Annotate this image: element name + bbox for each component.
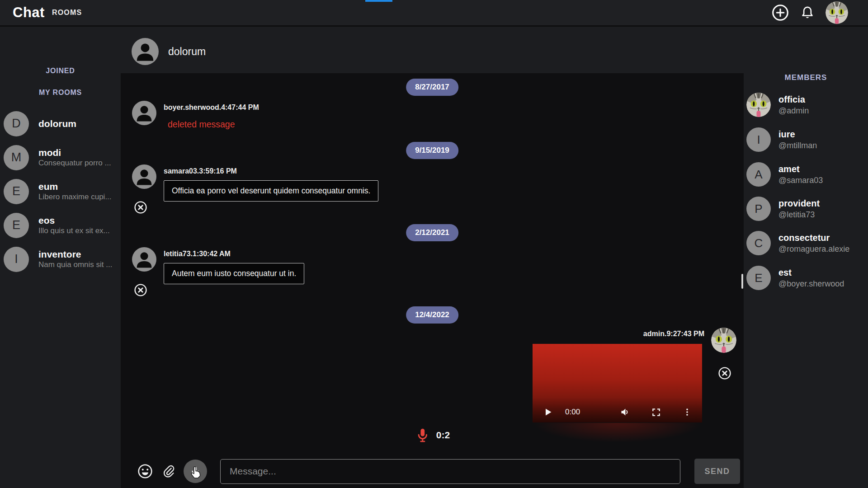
member-letter-avatar: P (746, 197, 771, 221)
room-letter-avatar: E (4, 179, 29, 204)
member-name: iure (778, 129, 817, 140)
message-letitia73: letitia73.1:30:42 AM Autem eum iusto con… (132, 247, 304, 284)
message-samara03: samara03.3:59:16 PM Officia ea porro vel… (132, 164, 378, 202)
nav-rooms-link[interactable]: ROOMS (52, 9, 82, 17)
sidebar-item-eos[interactable]: E eos Illo quis ut ex sit ex... (0, 208, 121, 242)
recording-timer: 0:2 (436, 430, 450, 441)
room-letter-avatar: M (4, 145, 29, 170)
members-section-heading: MEMBERS (744, 73, 868, 82)
volume-icon[interactable] (619, 407, 630, 418)
record-voice-button[interactable] (184, 460, 207, 483)
delete-message-icon[interactable] (134, 283, 147, 297)
message-author-time: samara03.3:59:16 PM (164, 167, 378, 176)
joined-section-heading: JOINED (0, 67, 121, 75)
play-icon[interactable] (542, 407, 553, 418)
message-bubble: Officia ea porro vel deserunt quidem con… (164, 180, 378, 202)
video-controls: 0:00 (533, 402, 702, 422)
date-divider: 12/4/2022 (406, 306, 458, 324)
member-item-officia[interactable]: officia @admin (744, 88, 868, 122)
member-name: consectetur (778, 232, 849, 243)
recording-indicator: 0:2 (415, 427, 450, 443)
more-options-icon[interactable] (682, 407, 692, 417)
message-composer: SEND (121, 455, 744, 488)
sidebar-item-inventore[interactable]: I inventore Nam quia omnis sit ... (0, 242, 121, 276)
send-button[interactable]: SEND (694, 459, 740, 484)
cat-avatar-image (746, 93, 771, 117)
message-author-time: boyer.sherwood.4:47:44 PM (164, 103, 259, 112)
topbar-actions (771, 1, 848, 24)
attach-file-icon[interactable] (161, 464, 176, 479)
room-snippet: Consequatur porro ... (38, 158, 111, 168)
messages-scrollbar[interactable] (741, 274, 743, 289)
cat-avatar-image (826, 1, 848, 24)
my-rooms-section-heading: MY ROOMS (0, 89, 121, 97)
member-handle: @admin (778, 106, 809, 116)
member-avatar (746, 93, 771, 117)
room-letter-avatar: E (4, 213, 29, 238)
sidebar-item-eum[interactable]: E eum Libero maxime cupi... (0, 174, 121, 208)
member-handle: @mtillman (778, 141, 817, 150)
member-item-amet[interactable]: A amet @samara03 (744, 157, 868, 192)
member-handle: @boyer.sherwood (778, 279, 844, 289)
room-avatar (132, 38, 159, 65)
member-letter-avatar: E (746, 266, 771, 290)
member-item-consectetur[interactable]: C consectetur @romaguera.alexie (744, 226, 868, 260)
message-author-time: admin.9:27:43 PM (643, 330, 704, 338)
member-handle: @romaguera.alexie (778, 244, 849, 254)
member-item-provident[interactable]: P provident @letitia73 (744, 192, 868, 226)
delete-message-icon[interactable] (718, 366, 731, 380)
add-room-icon[interactable] (771, 4, 789, 22)
own-avatar (711, 328, 736, 353)
member-item-iure[interactable]: I iure @mtillman (744, 122, 868, 157)
emoji-icon[interactable] (137, 463, 153, 479)
room-name: modi (38, 147, 111, 158)
message-input[interactable] (220, 459, 680, 484)
date-divider: 8/27/2017 (406, 79, 458, 96)
chat-room-title: dolorum (168, 46, 206, 58)
message-boyer-sherwood: boyer.sherwood.4:47:44 PM deleted messag… (132, 101, 259, 130)
fullscreen-icon[interactable] (651, 407, 661, 418)
sender-avatar (132, 101, 156, 125)
user-avatar[interactable] (826, 1, 848, 24)
member-name: provident (778, 198, 820, 209)
deleted-message-text: deleted message (168, 119, 259, 130)
app-logo: Chat (13, 5, 45, 21)
cat-avatar-image (711, 328, 736, 353)
room-name: eum (38, 181, 112, 192)
member-name: amet (778, 164, 823, 174)
message-bubble: Autem eum iusto consequatur ut in. (164, 263, 304, 284)
notifications-bell-icon[interactable] (799, 5, 816, 21)
video-time: 0:00 (565, 408, 580, 417)
room-letter-avatar: D (4, 111, 29, 136)
member-item-est[interactable]: E est @boyer.sherwood (744, 261, 868, 295)
date-divider: 9/15/2019 (406, 142, 458, 159)
member-letter-avatar: A (746, 162, 771, 187)
sender-avatar (132, 164, 156, 189)
room-snippet: Illo quis ut ex sit ex... (38, 226, 110, 235)
members-sidebar: MEMBERS officia @admin I iure @mtillman … (744, 27, 868, 488)
delete-message-icon[interactable] (134, 201, 147, 214)
member-handle: @samara03 (778, 175, 823, 185)
loading-indicator (365, 0, 392, 2)
date-divider: 2/12/2021 (406, 224, 458, 241)
room-name: eos (38, 215, 110, 226)
message-list: 8/27/2017 boyer.sherwood.4:47:44 PM dele… (121, 73, 744, 455)
sender-avatar (132, 247, 156, 272)
chat-app: Chat ROOMS dolorum JOINED MY ROOMS D dol… (0, 0, 868, 488)
sidebar-item-dolorum[interactable]: D dolorum (0, 107, 121, 141)
room-letter-avatar: I (4, 247, 29, 272)
room-snippet: Libero maxime cupi... (38, 192, 112, 202)
member-name: officia (778, 94, 809, 105)
sidebar-item-modi[interactable]: M modi Consequatur porro ... (0, 141, 121, 174)
video-attachment[interactable]: 0:00 (533, 344, 702, 422)
room-name: inventore (38, 249, 112, 260)
top-bar: Chat ROOMS (0, 0, 868, 27)
microphone-icon (189, 465, 201, 477)
member-handle: @letitia73 (778, 210, 820, 220)
recording-mic-icon (415, 427, 431, 443)
message-author-time: letitia73.1:30:42 AM (164, 249, 304, 258)
video-reflection (534, 423, 700, 442)
room-name: dolorum (38, 118, 76, 129)
member-letter-avatar: C (746, 231, 771, 255)
room-snippet: Nam quia omnis sit ... (38, 260, 112, 269)
